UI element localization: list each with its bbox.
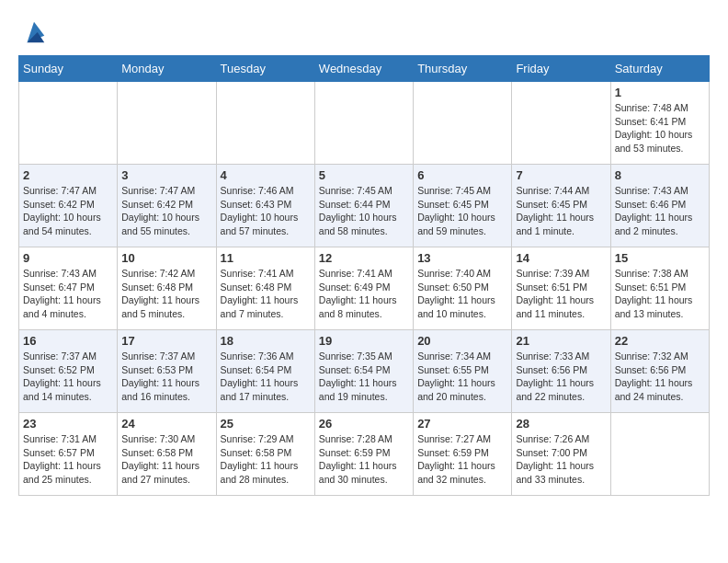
day-number: 14 — [516, 251, 606, 265]
day-info: Sunrise: 7:26 AMSunset: 7:00 PMDaylight:… — [516, 432, 606, 487]
day-number: 9 — [23, 251, 113, 265]
day-number: 3 — [121, 168, 211, 182]
day-info: Sunrise: 7:39 AMSunset: 6:51 PMDaylight:… — [516, 267, 606, 321]
calendar-cell: 23Sunrise: 7:31 AMSunset: 6:57 PMDayligh… — [19, 413, 118, 496]
day-info: Sunrise: 7:48 AMSunset: 6:41 PMDaylight:… — [615, 101, 705, 155]
calendar-cell: 11Sunrise: 7:41 AMSunset: 6:48 PMDayligh… — [216, 247, 314, 330]
day-info: Sunrise: 7:41 AMSunset: 6:48 PMDaylight:… — [221, 267, 311, 321]
day-number: 7 — [516, 168, 606, 182]
day-info: Sunrise: 7:45 AMSunset: 6:44 PMDaylight:… — [319, 184, 409, 238]
day-number: 13 — [417, 251, 507, 265]
weekday-header: Sunday — [19, 56, 118, 82]
calendar-cell: 28Sunrise: 7:26 AMSunset: 7:00 PMDayligh… — [512, 413, 610, 496]
calendar-cell: 7Sunrise: 7:44 AMSunset: 6:45 PMDaylight… — [512, 165, 610, 247]
calendar-cell: 24Sunrise: 7:30 AMSunset: 6:58 PMDayligh… — [118, 413, 216, 496]
day-info: Sunrise: 7:32 AMSunset: 6:56 PMDaylight:… — [615, 350, 705, 404]
day-number: 2 — [23, 168, 113, 182]
calendar-cell: 25Sunrise: 7:29 AMSunset: 6:58 PMDayligh… — [216, 413, 314, 496]
calendar-week-row: 23Sunrise: 7:31 AMSunset: 6:57 PMDayligh… — [19, 413, 710, 496]
weekday-header: Thursday — [414, 56, 512, 82]
day-number: 24 — [121, 417, 211, 431]
day-info: Sunrise: 7:38 AMSunset: 6:51 PMDaylight:… — [615, 267, 705, 321]
day-info: Sunrise: 7:34 AMSunset: 6:55 PMDaylight:… — [417, 350, 507, 404]
day-info: Sunrise: 7:28 AMSunset: 6:59 PMDaylight:… — [319, 432, 409, 487]
day-info: Sunrise: 7:30 AMSunset: 6:58 PMDaylight:… — [121, 432, 211, 487]
calendar-cell — [19, 82, 118, 165]
day-info: Sunrise: 7:42 AMSunset: 6:48 PMDaylight:… — [121, 267, 211, 321]
day-number: 15 — [615, 251, 705, 265]
day-info: Sunrise: 7:41 AMSunset: 6:49 PMDaylight:… — [319, 267, 409, 321]
calendar-week-row: 9Sunrise: 7:43 AMSunset: 6:47 PMDaylight… — [19, 247, 710, 330]
calendar-cell — [512, 82, 610, 165]
calendar-cell: 15Sunrise: 7:38 AMSunset: 6:51 PMDayligh… — [610, 247, 709, 330]
day-number: 21 — [516, 334, 606, 348]
day-info: Sunrise: 7:45 AMSunset: 6:45 PMDaylight:… — [417, 184, 507, 238]
calendar-week-row: 1Sunrise: 7:48 AMSunset: 6:41 PMDaylight… — [19, 82, 710, 165]
page-header — [18, 18, 710, 46]
calendar-table: SundayMondayTuesdayWednesdayThursdayFrid… — [18, 55, 710, 496]
day-info: Sunrise: 7:36 AMSunset: 6:54 PMDaylight:… — [221, 350, 311, 404]
calendar-cell: 14Sunrise: 7:39 AMSunset: 6:51 PMDayligh… — [512, 247, 610, 330]
calendar-cell — [314, 82, 413, 165]
weekday-header-row: SundayMondayTuesdayWednesdayThursdayFrid… — [19, 56, 710, 82]
weekday-header: Monday — [118, 56, 216, 82]
logo — [18, 18, 48, 46]
day-info: Sunrise: 7:27 AMSunset: 6:59 PMDaylight:… — [417, 432, 507, 487]
day-info: Sunrise: 7:40 AMSunset: 6:50 PMDaylight:… — [417, 267, 507, 321]
weekday-header: Tuesday — [216, 56, 314, 82]
day-info: Sunrise: 7:43 AMSunset: 6:46 PMDaylight:… — [615, 184, 705, 238]
calendar-cell: 9Sunrise: 7:43 AMSunset: 6:47 PMDaylight… — [19, 247, 118, 330]
calendar-cell: 20Sunrise: 7:34 AMSunset: 6:55 PMDayligh… — [414, 330, 512, 413]
day-info: Sunrise: 7:46 AMSunset: 6:43 PMDaylight:… — [221, 184, 311, 238]
weekday-header: Friday — [512, 56, 610, 82]
day-number: 11 — [221, 251, 311, 265]
day-number: 18 — [221, 334, 311, 348]
calendar-week-row: 16Sunrise: 7:37 AMSunset: 6:52 PMDayligh… — [19, 330, 710, 413]
day-number: 23 — [23, 417, 113, 431]
calendar-cell: 21Sunrise: 7:33 AMSunset: 6:56 PMDayligh… — [512, 330, 610, 413]
day-number: 20 — [417, 334, 507, 348]
day-number: 19 — [319, 334, 409, 348]
day-info: Sunrise: 7:33 AMSunset: 6:56 PMDaylight:… — [516, 350, 606, 404]
day-number: 16 — [23, 334, 113, 348]
weekday-header: Saturday — [610, 56, 709, 82]
day-info: Sunrise: 7:31 AMSunset: 6:57 PMDaylight:… — [23, 432, 113, 487]
calendar-cell: 12Sunrise: 7:41 AMSunset: 6:49 PMDayligh… — [314, 247, 413, 330]
calendar-cell: 8Sunrise: 7:43 AMSunset: 6:46 PMDaylight… — [610, 165, 709, 247]
day-number: 28 — [516, 417, 606, 431]
calendar-cell: 19Sunrise: 7:35 AMSunset: 6:54 PMDayligh… — [314, 330, 413, 413]
day-number: 26 — [319, 417, 409, 431]
calendar-cell: 5Sunrise: 7:45 AMSunset: 6:44 PMDaylight… — [314, 165, 413, 247]
calendar-cell: 3Sunrise: 7:47 AMSunset: 6:42 PMDaylight… — [118, 165, 216, 247]
day-info: Sunrise: 7:37 AMSunset: 6:52 PMDaylight:… — [23, 350, 113, 404]
day-number: 4 — [221, 168, 311, 182]
day-number: 6 — [417, 168, 507, 182]
calendar-cell: 18Sunrise: 7:36 AMSunset: 6:54 PMDayligh… — [216, 330, 314, 413]
day-number: 1 — [615, 86, 705, 99]
calendar-cell — [216, 82, 314, 165]
calendar-cell: 13Sunrise: 7:40 AMSunset: 6:50 PMDayligh… — [414, 247, 512, 330]
day-info: Sunrise: 7:47 AMSunset: 6:42 PMDaylight:… — [23, 184, 113, 238]
day-number: 8 — [615, 168, 705, 182]
logo-icon — [20, 18, 48, 46]
calendar-cell: 10Sunrise: 7:42 AMSunset: 6:48 PMDayligh… — [118, 247, 216, 330]
calendar-cell: 26Sunrise: 7:28 AMSunset: 6:59 PMDayligh… — [314, 413, 413, 496]
day-number: 10 — [121, 251, 211, 265]
day-number: 25 — [221, 417, 311, 431]
calendar-cell — [414, 82, 512, 165]
calendar-cell — [610, 413, 709, 496]
calendar-cell — [118, 82, 216, 165]
calendar-cell: 22Sunrise: 7:32 AMSunset: 6:56 PMDayligh… — [610, 330, 709, 413]
calendar-cell: 1Sunrise: 7:48 AMSunset: 6:41 PMDaylight… — [610, 82, 709, 165]
day-info: Sunrise: 7:47 AMSunset: 6:42 PMDaylight:… — [121, 184, 211, 238]
calendar-cell: 2Sunrise: 7:47 AMSunset: 6:42 PMDaylight… — [19, 165, 118, 247]
calendar-week-row: 2Sunrise: 7:47 AMSunset: 6:42 PMDaylight… — [19, 165, 710, 247]
day-number: 27 — [417, 417, 507, 431]
day-number: 22 — [615, 334, 705, 348]
calendar-cell: 6Sunrise: 7:45 AMSunset: 6:45 PMDaylight… — [414, 165, 512, 247]
calendar-cell: 27Sunrise: 7:27 AMSunset: 6:59 PMDayligh… — [414, 413, 512, 496]
day-number: 12 — [319, 251, 409, 265]
calendar-cell: 4Sunrise: 7:46 AMSunset: 6:43 PMDaylight… — [216, 165, 314, 247]
day-info: Sunrise: 7:35 AMSunset: 6:54 PMDaylight:… — [319, 350, 409, 404]
day-number: 5 — [319, 168, 409, 182]
